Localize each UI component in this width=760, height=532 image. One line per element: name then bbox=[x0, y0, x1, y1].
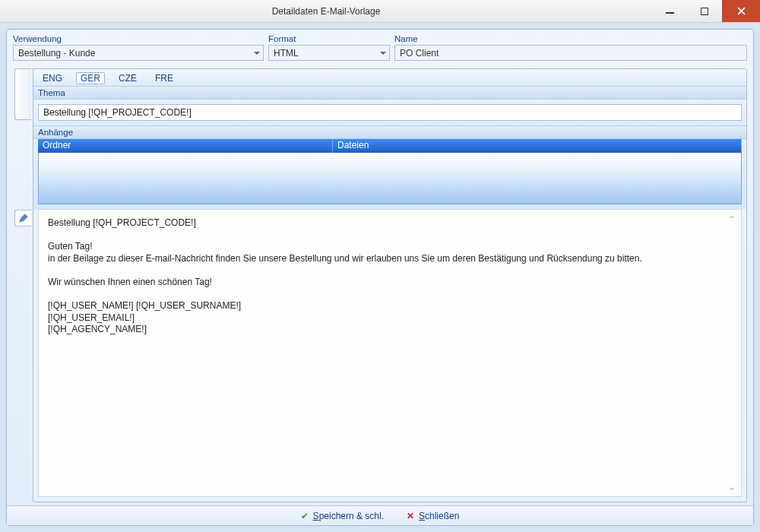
name-label: Name bbox=[394, 34, 747, 43]
scroll-down-icon: ⌄ bbox=[727, 480, 736, 493]
window-maximize-button[interactable] bbox=[687, 0, 722, 22]
window-close-button[interactable] bbox=[722, 0, 760, 22]
tab-ger[interactable]: GER bbox=[76, 72, 105, 84]
vertical-tabstrip bbox=[13, 68, 33, 502]
close-icon: ✕ bbox=[407, 511, 414, 521]
usage-dropdown[interactable]: Bestellung - Kunde bbox=[13, 45, 264, 61]
window-minimize-button[interactable] bbox=[652, 0, 687, 22]
usage-label: Verwendung bbox=[13, 34, 264, 43]
subject-field-value: Bestellung [!QH_PROJECT_CODE!] bbox=[43, 107, 192, 118]
window-titlebar: Detaildaten E-Mail-Vorlage bbox=[0, 0, 760, 23]
chevron-down-icon bbox=[254, 52, 260, 55]
chevron-down-icon bbox=[380, 52, 386, 55]
tab-cze[interactable]: CZE bbox=[114, 72, 141, 84]
tab-fre[interactable]: FRE bbox=[150, 72, 178, 84]
usage-dropdown-value: Bestellung - Kunde bbox=[18, 48, 95, 59]
name-field-value: PO Client bbox=[400, 48, 439, 59]
scroll-up-icon: ⌃ bbox=[727, 213, 736, 226]
pencil-icon bbox=[18, 213, 29, 223]
body-editor-content: Bestellung [!QH_PROJECT_CODE!] Guten Tag… bbox=[48, 217, 642, 334]
name-field[interactable]: PO Client bbox=[394, 45, 747, 61]
attachments-grid-body[interactable] bbox=[38, 153, 742, 204]
col-files[interactable]: Dateien bbox=[333, 139, 742, 153]
section-attachments-header: Anhänge bbox=[33, 125, 746, 139]
format-dropdown[interactable]: HTML bbox=[268, 45, 390, 61]
header-fields: Verwendung Bestellung - Kunde Format HTM… bbox=[7, 30, 753, 68]
vertical-tab-main[interactable] bbox=[14, 68, 31, 120]
format-label: Format bbox=[268, 34, 390, 43]
subject-field[interactable]: Bestellung [!QH_PROJECT_CODE!] bbox=[38, 104, 742, 121]
dialog-footer: ✔ Speichern & schl. ✕ Schließen bbox=[7, 505, 753, 525]
language-tabs: ENG GER CZE FRE bbox=[33, 69, 746, 86]
save-and-close-button[interactable]: ✔ Speichern & schl. bbox=[301, 511, 384, 521]
window-title: Detaildaten E-Mail-Vorlage bbox=[0, 6, 652, 17]
check-icon: ✔ bbox=[301, 511, 309, 521]
section-thema-header: Thema bbox=[33, 86, 746, 100]
main-panel: ENG GER CZE FRE Thema Bestellung [!QH_PR… bbox=[33, 68, 747, 502]
body-editor[interactable]: ⌃Bestellung [!QH_PROJECT_CODE!] Guten Ta… bbox=[38, 209, 742, 497]
attachments-grid-header: Ordner Dateien bbox=[38, 139, 742, 153]
close-button[interactable]: ✕ Schließen bbox=[407, 511, 459, 521]
col-folder[interactable]: Ordner bbox=[38, 139, 333, 153]
edit-tool-button[interactable] bbox=[14, 210, 31, 226]
tab-eng[interactable]: ENG bbox=[38, 72, 67, 84]
format-dropdown-value: HTML bbox=[274, 48, 299, 59]
